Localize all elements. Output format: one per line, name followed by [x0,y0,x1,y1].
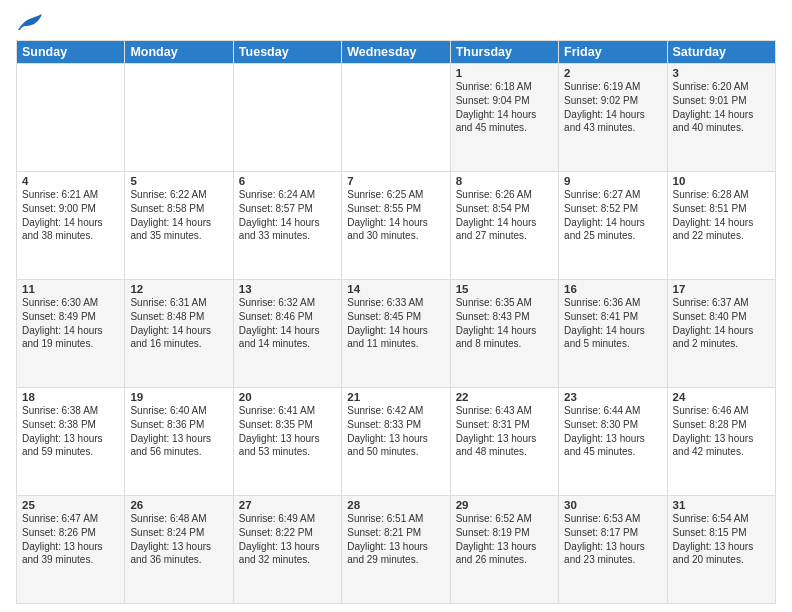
day-number: 7 [347,175,444,187]
day-number: 16 [564,283,661,295]
day-info: Sunrise: 6:43 AM Sunset: 8:31 PM Dayligh… [456,404,553,459]
day-number: 5 [130,175,227,187]
day-number: 28 [347,499,444,511]
weekday-header-tuesday: Tuesday [233,41,341,64]
day-cell: 14Sunrise: 6:33 AM Sunset: 8:45 PM Dayli… [342,280,450,388]
logo [16,12,48,34]
day-cell: 18Sunrise: 6:38 AM Sunset: 8:38 PM Dayli… [17,388,125,496]
day-cell [233,64,341,172]
weekday-header-saturday: Saturday [667,41,775,64]
weekday-header-thursday: Thursday [450,41,558,64]
day-info: Sunrise: 6:44 AM Sunset: 8:30 PM Dayligh… [564,404,661,459]
day-cell: 12Sunrise: 6:31 AM Sunset: 8:48 PM Dayli… [125,280,233,388]
weekday-header-row: SundayMondayTuesdayWednesdayThursdayFrid… [17,41,776,64]
day-number: 25 [22,499,119,511]
day-cell: 6Sunrise: 6:24 AM Sunset: 8:57 PM Daylig… [233,172,341,280]
day-cell: 15Sunrise: 6:35 AM Sunset: 8:43 PM Dayli… [450,280,558,388]
week-row-4: 18Sunrise: 6:38 AM Sunset: 8:38 PM Dayli… [17,388,776,496]
day-info: Sunrise: 6:37 AM Sunset: 8:40 PM Dayligh… [673,296,770,351]
day-info: Sunrise: 6:22 AM Sunset: 8:58 PM Dayligh… [130,188,227,243]
day-cell: 8Sunrise: 6:26 AM Sunset: 8:54 PM Daylig… [450,172,558,280]
day-info: Sunrise: 6:32 AM Sunset: 8:46 PM Dayligh… [239,296,336,351]
day-cell: 30Sunrise: 6:53 AM Sunset: 8:17 PM Dayli… [559,496,667,604]
day-info: Sunrise: 6:46 AM Sunset: 8:28 PM Dayligh… [673,404,770,459]
day-number: 29 [456,499,553,511]
day-number: 27 [239,499,336,511]
day-info: Sunrise: 6:48 AM Sunset: 8:24 PM Dayligh… [130,512,227,567]
day-cell [125,64,233,172]
day-info: Sunrise: 6:30 AM Sunset: 8:49 PM Dayligh… [22,296,119,351]
day-number: 8 [456,175,553,187]
day-number: 23 [564,391,661,403]
day-cell: 24Sunrise: 6:46 AM Sunset: 8:28 PM Dayli… [667,388,775,496]
day-info: Sunrise: 6:25 AM Sunset: 8:55 PM Dayligh… [347,188,444,243]
day-number: 10 [673,175,770,187]
day-number: 19 [130,391,227,403]
weekday-header-sunday: Sunday [17,41,125,64]
day-info: Sunrise: 6:41 AM Sunset: 8:35 PM Dayligh… [239,404,336,459]
day-cell: 11Sunrise: 6:30 AM Sunset: 8:49 PM Dayli… [17,280,125,388]
day-info: Sunrise: 6:36 AM Sunset: 8:41 PM Dayligh… [564,296,661,351]
day-number: 2 [564,67,661,79]
page: SundayMondayTuesdayWednesdayThursdayFrid… [0,0,792,612]
day-number: 21 [347,391,444,403]
day-cell: 21Sunrise: 6:42 AM Sunset: 8:33 PM Dayli… [342,388,450,496]
day-number: 12 [130,283,227,295]
day-info: Sunrise: 6:40 AM Sunset: 8:36 PM Dayligh… [130,404,227,459]
day-number: 11 [22,283,119,295]
day-cell: 28Sunrise: 6:51 AM Sunset: 8:21 PM Dayli… [342,496,450,604]
day-cell: 9Sunrise: 6:27 AM Sunset: 8:52 PM Daylig… [559,172,667,280]
day-cell: 25Sunrise: 6:47 AM Sunset: 8:26 PM Dayli… [17,496,125,604]
day-cell: 16Sunrise: 6:36 AM Sunset: 8:41 PM Dayli… [559,280,667,388]
day-number: 3 [673,67,770,79]
day-info: Sunrise: 6:38 AM Sunset: 8:38 PM Dayligh… [22,404,119,459]
day-cell: 10Sunrise: 6:28 AM Sunset: 8:51 PM Dayli… [667,172,775,280]
day-number: 14 [347,283,444,295]
day-info: Sunrise: 6:31 AM Sunset: 8:48 PM Dayligh… [130,296,227,351]
day-number: 4 [22,175,119,187]
day-cell: 27Sunrise: 6:49 AM Sunset: 8:22 PM Dayli… [233,496,341,604]
day-info: Sunrise: 6:18 AM Sunset: 9:04 PM Dayligh… [456,80,553,135]
day-number: 6 [239,175,336,187]
day-info: Sunrise: 6:27 AM Sunset: 8:52 PM Dayligh… [564,188,661,243]
day-cell: 1Sunrise: 6:18 AM Sunset: 9:04 PM Daylig… [450,64,558,172]
day-info: Sunrise: 6:49 AM Sunset: 8:22 PM Dayligh… [239,512,336,567]
day-cell: 23Sunrise: 6:44 AM Sunset: 8:30 PM Dayli… [559,388,667,496]
day-number: 15 [456,283,553,295]
day-cell [342,64,450,172]
day-cell: 3Sunrise: 6:20 AM Sunset: 9:01 PM Daylig… [667,64,775,172]
day-info: Sunrise: 6:28 AM Sunset: 8:51 PM Dayligh… [673,188,770,243]
day-cell: 31Sunrise: 6:54 AM Sunset: 8:15 PM Dayli… [667,496,775,604]
week-row-3: 11Sunrise: 6:30 AM Sunset: 8:49 PM Dayli… [17,280,776,388]
day-cell: 26Sunrise: 6:48 AM Sunset: 8:24 PM Dayli… [125,496,233,604]
header [16,12,776,34]
bird-icon [16,12,44,34]
day-number: 9 [564,175,661,187]
day-info: Sunrise: 6:51 AM Sunset: 8:21 PM Dayligh… [347,512,444,567]
day-cell: 4Sunrise: 6:21 AM Sunset: 9:00 PM Daylig… [17,172,125,280]
day-info: Sunrise: 6:26 AM Sunset: 8:54 PM Dayligh… [456,188,553,243]
day-number: 31 [673,499,770,511]
day-number: 22 [456,391,553,403]
day-number: 24 [673,391,770,403]
day-cell: 19Sunrise: 6:40 AM Sunset: 8:36 PM Dayli… [125,388,233,496]
day-info: Sunrise: 6:21 AM Sunset: 9:00 PM Dayligh… [22,188,119,243]
day-number: 1 [456,67,553,79]
day-cell [17,64,125,172]
day-number: 26 [130,499,227,511]
calendar-table: SundayMondayTuesdayWednesdayThursdayFrid… [16,40,776,604]
day-cell: 29Sunrise: 6:52 AM Sunset: 8:19 PM Dayli… [450,496,558,604]
day-cell: 22Sunrise: 6:43 AM Sunset: 8:31 PM Dayli… [450,388,558,496]
day-cell: 13Sunrise: 6:32 AM Sunset: 8:46 PM Dayli… [233,280,341,388]
day-cell: 17Sunrise: 6:37 AM Sunset: 8:40 PM Dayli… [667,280,775,388]
day-cell: 20Sunrise: 6:41 AM Sunset: 8:35 PM Dayli… [233,388,341,496]
day-number: 17 [673,283,770,295]
day-info: Sunrise: 6:24 AM Sunset: 8:57 PM Dayligh… [239,188,336,243]
day-info: Sunrise: 6:52 AM Sunset: 8:19 PM Dayligh… [456,512,553,567]
day-info: Sunrise: 6:47 AM Sunset: 8:26 PM Dayligh… [22,512,119,567]
weekday-header-wednesday: Wednesday [342,41,450,64]
day-cell: 5Sunrise: 6:22 AM Sunset: 8:58 PM Daylig… [125,172,233,280]
weekday-header-friday: Friday [559,41,667,64]
week-row-5: 25Sunrise: 6:47 AM Sunset: 8:26 PM Dayli… [17,496,776,604]
day-number: 18 [22,391,119,403]
